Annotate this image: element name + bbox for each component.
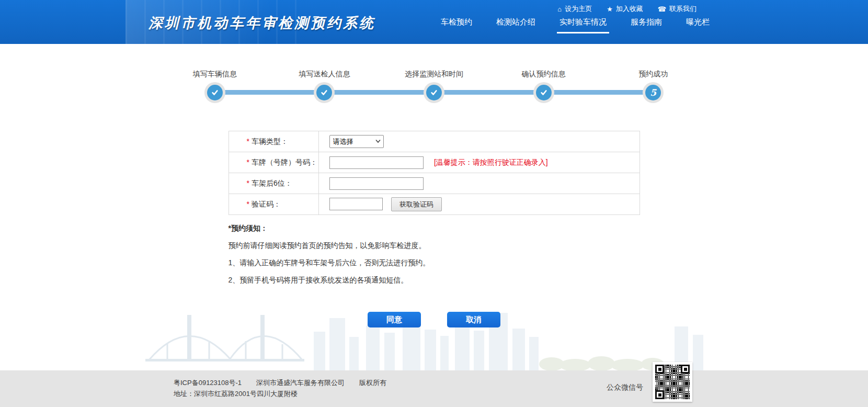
nav-item-service-guide[interactable]: 服务指南 [619,17,674,33]
vehicle-type-label-cell: *车辆类型： [229,131,318,152]
topbar: ⌂ 设为主页 ★ 加入收藏 ☎ 联系我们 [557,4,696,14]
nav-item-realtime-inspection-status[interactable]: 实时验车情况 [547,17,619,33]
chassis-last6-input[interactable] [329,177,424,190]
step-2-fill-inspector-info: 填写送检人信息 [270,69,380,100]
progress-steps: 填写车辆信息 填写送检人信息 选择监测站和时间 确认预约信息 预约成功 [160,69,708,100]
notice-intro: 预约前请仔细阅读预约首页的预约告知，以免影响车检进度。 [229,241,640,250]
page: ⌂ 设为主页 ★ 加入收藏 ☎ 联系我们 深圳市机动车年审检测预约系统 车检预约… [0,0,868,407]
step-4-confirm-appointment: 确认预约信息 [489,69,599,100]
step-number: 5 [650,88,656,97]
captcha-input[interactable] [329,198,383,210]
set-homepage-link[interactable]: ⌂ 设为主页 [557,4,592,14]
check-icon [320,88,328,97]
appointment-notice: *预约须知： 预约前请仔细阅读预约首页的预约告知，以免影响车检进度。 1、请输入… [229,223,640,285]
footer-right: 公众微信号 [607,370,692,402]
wechat-account-label: 公众微信号 [607,383,643,392]
step-4-marker [536,85,552,100]
action-buttons: 同意 取消 [0,312,868,327]
get-captcha-button[interactable]: 获取验证码 [391,197,442,211]
qr-finder-icon [681,365,690,374]
chassis-last6-label: 车架后6位： [252,179,292,187]
plate-number-label-cell: *车牌（号牌）号码： [229,152,318,173]
required-asterisk: * [247,179,249,187]
page-footer: 粤ICP备09123108号-1深圳市通盛汽车服务有限公司版权所有 地址：深圳市… [0,370,868,407]
company-address: 地址：深圳市红荔路2001号四川大厦附楼 [174,388,386,399]
plate-number-input-cell: [温馨提示：请按照行驶证正确录入] [318,152,639,173]
main-nav: 车检预约 检测站介绍 实时验车情况 服务指南 曝光栏 [429,17,722,33]
plate-number-input[interactable] [329,156,424,169]
form-row-plate-number: *车牌（号牌）号码： [温馨提示：请按照行驶证正确录入] [229,152,639,173]
site-header: ⌂ 设为主页 ★ 加入收藏 ☎ 联系我们 深圳市机动车年审检测预约系统 车检预约… [0,0,868,44]
required-asterisk: * [247,158,249,166]
step-label: 确认预约信息 [522,69,566,78]
required-asterisk: * [247,200,249,208]
company-name: 深圳市通盛汽车服务有限公司 [256,379,345,387]
contact-us-label: 联系我们 [669,4,696,14]
phone-icon: ☎ [658,6,666,13]
footer-line1: 粤ICP备09123108号-1深圳市通盛汽车服务有限公司版权所有 [174,377,386,388]
add-favorites-link[interactable]: ★ 加入收藏 [607,4,643,14]
plate-number-hint: [温馨提示：请按照行驶证正确录入] [434,158,548,166]
add-favorites-label: 加入收藏 [616,4,643,14]
step-3-marker [426,85,442,100]
step-label: 填写车辆信息 [193,69,237,78]
cancel-button[interactable]: 取消 [447,312,500,327]
vehicle-type-select[interactable]: 请选择 [329,135,384,148]
footer-inner: 粤ICP备09123108号-1深圳市通盛汽车服务有限公司版权所有 地址：深圳市… [146,370,722,407]
chassis-last6-input-cell [318,173,639,194]
captcha-label: 验证码： [252,200,281,208]
footer-text: 粤ICP备09123108号-1深圳市通盛汽车服务有限公司版权所有 地址：深圳市… [146,370,386,399]
check-icon [211,88,219,97]
required-asterisk: * [247,137,249,145]
contact-us-link[interactable]: ☎ 联系我们 [658,4,696,14]
check-icon [430,88,438,97]
captcha-input-cell: 获取验证码 [318,194,639,215]
site-title: 深圳市机动车年审检测预约系统 [149,14,375,32]
step-2-marker [316,85,332,100]
plate-number-label: 车牌（号牌）号码： [252,158,317,166]
qr-finder-icon [655,365,664,374]
nav-item-exposure-board[interactable]: 曝光栏 [674,17,722,33]
wechat-qr-code [653,362,692,402]
step-3-choose-station-time: 选择监测站和时间 [379,69,489,100]
notice-item-1: 1、请输入正确的车牌号和车架号后六位，否则无法进行预约。 [229,258,640,267]
step-label: 预约成功 [638,69,668,78]
step-5-marker: 5 [645,85,661,100]
nav-item-station-introduction[interactable]: 检测站介绍 [484,17,547,33]
header-inner: ⌂ 设为主页 ★ 加入收藏 ☎ 联系我们 深圳市机动车年审检测预约系统 车检预约… [146,0,722,44]
form-row-captcha: *验证码： 获取验证码 [229,194,639,215]
copyright-label: 版权所有 [359,379,386,387]
vehicle-type-input-cell: 请选择 [318,131,639,152]
check-icon [540,88,548,97]
home-icon: ⌂ [557,6,562,13]
notice-title: *预约须知： [229,223,640,233]
step-label: 填写送检人信息 [299,69,350,78]
form-row-chassis-last6: *车架后6位： [229,173,639,194]
step-1-marker [207,85,223,100]
notice-item-2: 2、预留手机号码将用于接收系统发送的各项通知短信。 [229,275,640,285]
star-icon: ★ [607,6,613,13]
form-row-vehicle-type: *车辆类型： 请选择 [229,131,639,152]
vehicle-type-label: 车辆类型： [252,137,288,145]
vehicle-type-select-wrap: 请选择 [329,135,384,148]
step-1-fill-vehicle-info: 填写车辆信息 [160,69,270,100]
captcha-label-cell: *验证码： [229,194,318,215]
nav-item-vehicle-inspection-booking[interactable]: 车检预约 [429,17,484,33]
icp-number: 粤ICP备09123108号-1 [174,379,242,387]
appointment-form-table: *车辆类型： 请选择 *车牌（号牌）号码： [温馨提示：请按照行驶证正确录入] [229,131,640,215]
step-5-appointment-success: 预约成功 5 [598,69,708,100]
chassis-last6-label-cell: *车架后6位： [229,173,318,194]
step-label: 选择监测站和时间 [405,69,463,78]
qr-finder-icon [655,390,664,399]
agree-button[interactable]: 同意 [368,312,421,327]
set-homepage-label: 设为主页 [565,4,592,14]
